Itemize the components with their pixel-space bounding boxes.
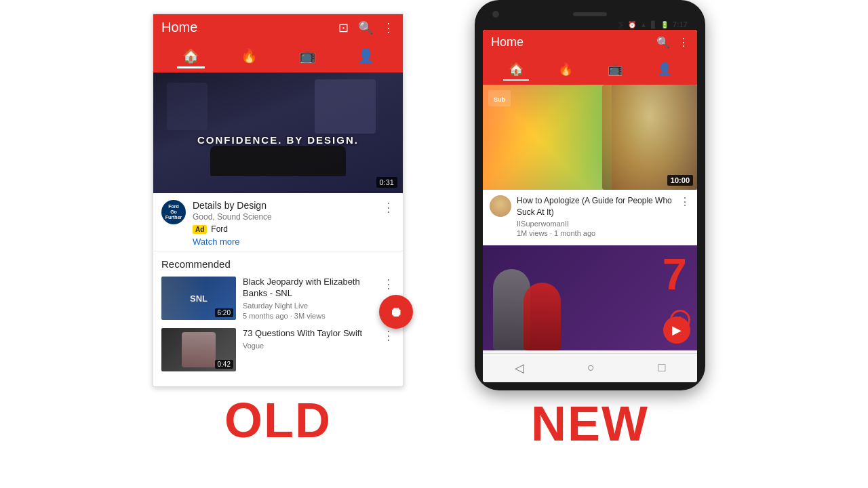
phone-bottom-nav: ◁ ○ □ xyxy=(483,353,697,382)
nav-account-item[interactable]: 👤 xyxy=(352,45,380,68)
old-header-top: Home ⊡ 🔍 ⋮ xyxy=(161,20,395,41)
new-video-info-1: How to Apologize (A Guide for People Who… xyxy=(483,190,697,243)
ad-title: Details by Design xyxy=(193,200,382,211)
video-item-taylor[interactable]: 0:42 73 Questions With Taylor Swift Vogu… xyxy=(161,328,395,371)
number-7: 7 xyxy=(663,252,687,296)
status-time: 7:17 xyxy=(673,20,688,28)
recommended-section: Recommended SNL 6:20 Black Jeopardy with… xyxy=(153,251,403,386)
video-info-taylor: 73 Questions With Taylor Swift Vogue xyxy=(243,328,376,350)
video-info-snl: Black Jeopardy with Elizabeth Banks - SN… xyxy=(243,277,376,320)
new-more-icon[interactable]: ⋮ xyxy=(678,36,689,49)
new-header-icons: 🔍 ⋮ xyxy=(656,36,689,49)
new-nav: 🏠 🔥 📺 👤 xyxy=(491,55,689,85)
back-button[interactable]: ◁ xyxy=(515,361,524,375)
wifi-icon: ▲ xyxy=(640,21,647,28)
new-thumb-2: 7 ▶ xyxy=(483,245,697,350)
snl-duration: 6:20 xyxy=(215,308,233,317)
ad-sponsor: Ford xyxy=(211,224,228,234)
new-content: Sub 10:00 How to Apologize (A Guide for … xyxy=(483,85,697,350)
taylor-channel: Vogue xyxy=(243,342,376,350)
new-thumb-1: Sub 10:00 xyxy=(483,85,697,190)
record-icon: ⏺ xyxy=(389,304,403,320)
ad-more-icon[interactable]: ⋮ xyxy=(382,200,395,215)
video-thumb-snl: SNL 6:20 xyxy=(161,277,236,320)
new-header-title: Home xyxy=(491,35,524,49)
ad-headline: CONFIDENCE. BY DESIGN. xyxy=(153,134,403,146)
new-avatar-1 xyxy=(490,195,511,217)
ad-info: FordGo Further Details by Design Good, S… xyxy=(153,193,403,251)
old-nav: 🏠 🔥 📺 👤 xyxy=(161,41,395,73)
snl-more-icon[interactable]: ⋮ xyxy=(382,277,395,291)
battery-icon: 🔋 xyxy=(660,21,669,28)
new-video-card-1[interactable]: Sub 10:00 How to Apologize (A Guide for … xyxy=(483,85,697,243)
new-video-card-2[interactable]: 7 ▶ xyxy=(483,245,697,350)
new-thumb-bg-2: 7 ▶ xyxy=(483,245,697,350)
alarm-icon: ⏰ xyxy=(628,21,636,28)
ad-video-bg: CONFIDENCE. BY DESIGN. xyxy=(153,73,403,193)
taylor-duration: 0:42 xyxy=(215,360,233,369)
new-video-channel-1: IISuperwomanII xyxy=(517,220,674,228)
new-search-icon[interactable]: 🔍 xyxy=(656,36,670,49)
new-nav-trending[interactable]: 🔥 xyxy=(553,59,578,81)
old-header: Home ⊡ 🔍 ⋮ 🏠 🔥 📺 👤 xyxy=(153,14,403,73)
new-phone-container: ⅀ ⏰ ▲ ▊ 🔋 7:17 Home 🔍 ⋮ xyxy=(461,0,719,451)
new-label: NEW xyxy=(531,396,649,451)
old-phone-screen: Home ⊡ 🔍 ⋮ 🏠 🔥 📺 👤 xyxy=(153,14,403,387)
old-header-icons: ⊡ 🔍 ⋮ xyxy=(338,20,395,35)
old-label: OLD xyxy=(224,392,332,448)
snl-meta: 5 months ago · 3M views xyxy=(243,312,376,320)
new-header: Home 🔍 ⋮ 🏠 🔥 📺 👤 xyxy=(483,30,697,85)
new-video-text-1: How to Apologize (A Guide for People Who… xyxy=(517,195,674,237)
video-thumb-taylor: 0:42 xyxy=(161,328,236,371)
status-bar: ⅀ ⏰ ▲ ▊ 🔋 7:17 xyxy=(483,19,697,30)
more-vert-icon[interactable]: ⋮ xyxy=(382,20,395,35)
phone-camera xyxy=(492,11,499,18)
phone-notch-area xyxy=(483,8,697,19)
new-more-1[interactable]: ⋮ xyxy=(679,195,690,208)
watch-more-link[interactable]: Watch more xyxy=(193,237,382,247)
phone-frame: ⅀ ⏰ ▲ ▊ 🔋 7:17 Home 🔍 ⋮ xyxy=(475,0,705,390)
video-item-snl[interactable]: SNL 6:20 Black Jeopardy with Elizabeth B… xyxy=(161,277,395,320)
old-header-title: Home xyxy=(161,20,197,35)
cast-icon[interactable]: ⊡ xyxy=(338,20,349,35)
search-icon[interactable]: 🔍 xyxy=(358,20,373,35)
taylor-more-icon[interactable]: ⋮ xyxy=(382,328,395,343)
new-duration-1: 10:00 xyxy=(667,175,693,186)
play-icon: ▶ xyxy=(672,323,682,338)
taylor-title: 73 Questions With Taylor Swift xyxy=(243,328,376,340)
phone-speaker xyxy=(573,12,607,16)
ad-info-row: FordGo Further Details by Design Good, S… xyxy=(161,200,395,247)
snl-title: Black Jeopardy with Elizabeth Banks - SN… xyxy=(243,277,376,300)
ad-duration: 0:31 xyxy=(376,177,397,188)
nav-subscriptions-item[interactable]: 📺 xyxy=(294,45,321,68)
new-screen: Home 🔍 ⋮ 🏠 🔥 📺 👤 xyxy=(483,30,697,382)
bluetooth-icon: ⅀ xyxy=(618,21,624,28)
new-thumb-bg-1: Sub xyxy=(483,85,697,190)
signal-icon: ▊ xyxy=(651,21,656,28)
ad-badge: Ad xyxy=(193,225,207,234)
new-video-meta-1: 1M views · 1 month ago xyxy=(517,229,674,237)
new-nav-subscriptions[interactable]: 📺 xyxy=(602,59,628,81)
nav-home-item[interactable]: 🏠 xyxy=(177,45,205,68)
recents-button[interactable]: □ xyxy=(658,361,665,375)
old-phone-container: Home ⊡ 🔍 ⋮ 🏠 🔥 📺 👤 xyxy=(149,0,407,448)
new-play-fab[interactable]: ▶ xyxy=(663,317,690,344)
ad-text-info: Details by Design Good, Sound Science Ad… xyxy=(193,200,382,247)
new-nav-account[interactable]: 👤 xyxy=(652,59,677,81)
ad-badge-row: Ad Ford xyxy=(193,224,382,234)
nav-trending-item[interactable]: 🔥 xyxy=(235,45,263,68)
fab-record-button[interactable]: ⏺ xyxy=(379,295,413,329)
old-phone-area: Home ⊡ 🔍 ⋮ 🏠 🔥 📺 👤 xyxy=(153,14,403,387)
home-button[interactable]: ○ xyxy=(587,361,595,375)
snl-channel: Saturday Night Live xyxy=(243,302,376,310)
recommended-title: Recommended xyxy=(161,258,395,270)
new-nav-home[interactable]: 🏠 xyxy=(503,59,529,81)
new-phone-wrapper: ⅀ ⏰ ▲ ▊ 🔋 7:17 Home 🔍 ⋮ xyxy=(475,0,705,390)
ad-video[interactable]: CONFIDENCE. BY DESIGN. 0:31 xyxy=(153,73,403,193)
new-video-title-1: How to Apologize (A Guide for People Who… xyxy=(517,195,674,218)
ad-subtitle: Good, Sound Science xyxy=(193,212,382,222)
new-header-top: Home 🔍 ⋮ xyxy=(491,35,689,55)
ford-logo: FordGo Further xyxy=(161,200,186,224)
